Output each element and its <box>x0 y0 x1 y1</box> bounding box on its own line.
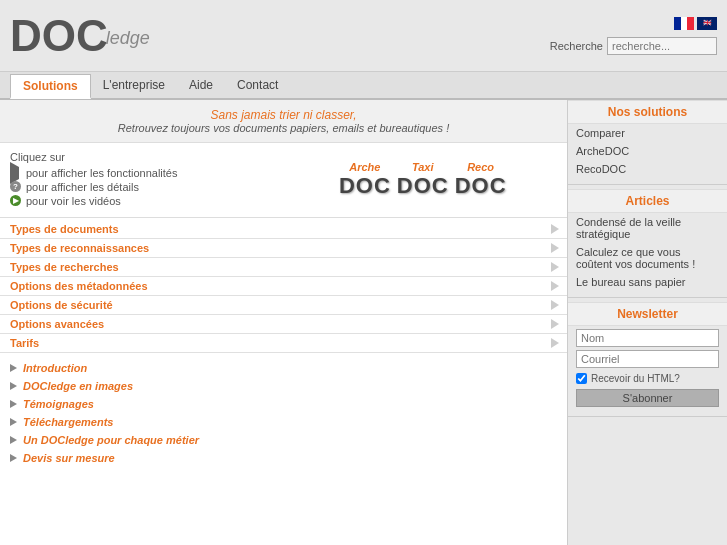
search-label: Recherche <box>550 40 603 52</box>
menu-label-options-avancees: Options avancées <box>10 318 104 330</box>
banner-line2: Retrouvez toujours vos documents papiers… <box>4 122 563 134</box>
nav-bar: Solutions L'entreprise Aide Contact <box>0 72 727 100</box>
bottom-link-introduction[interactable]: Introduction <box>0 359 567 377</box>
menu-item-options-securite[interactable]: Options de sécurité <box>0 296 567 315</box>
product-arche-doc: DOC <box>339 173 391 199</box>
menu-item-types-recherches[interactable]: Types de recherches <box>0 258 567 277</box>
newsletter-html-label: Recevoir du HTML? <box>591 373 680 384</box>
sidebar-link-comparer[interactable]: Comparer <box>568 124 727 142</box>
click-label-play: pour afficher les fonctionnalités <box>26 167 177 179</box>
sidebar-link-bureau[interactable]: Le bureau sans papier <box>568 273 727 291</box>
menu-arrow-icon <box>551 300 559 310</box>
click-item-question: ? pour afficher les détails <box>10 181 279 193</box>
sidebar-link-couts[interactable]: Calculez ce que vous coûtent vos documen… <box>568 243 727 273</box>
banner: Sans jamais trier ni classer, Retrouvez … <box>0 100 567 143</box>
menu-arrow-icon <box>551 243 559 253</box>
newsletter-nom-input[interactable] <box>576 329 719 347</box>
product-reco-doc: DOC <box>455 173 507 199</box>
sidebar-articles: Articles Condensé de la veille stratégiq… <box>568 189 727 298</box>
content-area: Sans jamais trier ni classer, Retrouvez … <box>0 100 567 545</box>
bottom-link-images[interactable]: DOCledge en images <box>0 377 567 395</box>
bottom-link-label-metier: Un DOCledge pour chaque métier <box>23 434 199 446</box>
bottom-link-label-introduction: Introduction <box>23 362 87 374</box>
product-area: Cliquez sur pour afficher les fonctionna… <box>0 143 567 218</box>
menu-label-types-recherches: Types de recherches <box>10 261 119 273</box>
sidebar-solutions-title: Nos solutions <box>568 100 727 124</box>
video-icon: ▶ <box>10 195 22 207</box>
bottom-link-metier[interactable]: Un DOCledge pour chaque métier <box>0 431 567 449</box>
nav-contact[interactable]: Contact <box>225 74 290 96</box>
menu-label-tarifs: Tarifs <box>10 337 39 349</box>
click-title: Cliquez sur <box>10 151 279 163</box>
sidebar-link-recodoc[interactable]: RecoDOC <box>568 160 727 178</box>
sidebar-newsletter: Newsletter Recevoir du HTML? S'abonner <box>568 302 727 417</box>
bottom-link-label-telechargements: Téléchargements <box>23 416 113 428</box>
product-taxi-doc: DOC <box>397 173 449 199</box>
product-logos: Arche DOC Taxi DOC Reco DOC <box>289 151 558 209</box>
sidebar-solutions: Nos solutions Comparer ArcheDOC RecoDOC <box>568 100 727 185</box>
click-label-video: pour voir les vidéos <box>26 195 121 207</box>
menu-item-tarifs[interactable]: Tarifs <box>0 334 567 353</box>
menu-label-types-docs: Types de documents <box>10 223 119 235</box>
sidebar: Nos solutions Comparer ArcheDOC RecoDOC … <box>567 100 727 545</box>
logo-doc: DOC <box>10 14 108 58</box>
logo-ledge: ledge <box>106 28 150 49</box>
banner-line1: Sans jamais trier ni classer, <box>4 108 563 122</box>
flags: 🇬🇧 <box>674 17 717 30</box>
bottom-links: Introduction DOCledge en images Témoigna… <box>0 355 567 471</box>
menu-arrow-icon <box>551 319 559 329</box>
question-icon: ? <box>10 181 22 193</box>
bottom-link-label-images: DOCledge en images <box>23 380 133 392</box>
menu-item-options-metadonnees[interactable]: Options des métadonnées <box>0 277 567 296</box>
menu-items: Types de documents Types de reconnaissan… <box>0 218 567 355</box>
menu-item-types-reconnaissances[interactable]: Types de reconnaissances <box>0 239 567 258</box>
search-area: Recherche <box>550 37 717 55</box>
nav-entreprise[interactable]: L'entreprise <box>91 74 177 96</box>
product-arche-top: Arche <box>339 161 391 173</box>
bl-arrow-icon <box>10 364 17 372</box>
nav-aide[interactable]: Aide <box>177 74 225 96</box>
newsletter-html-check-area: Recevoir du HTML? <box>568 371 727 386</box>
logo: DOC ledge <box>10 14 150 58</box>
menu-label-options-securite: Options de sécurité <box>10 299 113 311</box>
menu-arrow-icon <box>551 224 559 234</box>
subscribe-button[interactable]: S'abonner <box>576 389 719 407</box>
sidebar-articles-title: Articles <box>568 189 727 213</box>
product-arche[interactable]: Arche DOC <box>339 161 391 199</box>
sidebar-newsletter-title: Newsletter <box>568 302 727 326</box>
menu-arrow-icon <box>551 262 559 272</box>
main-content: Sans jamais trier ni classer, Retrouvez … <box>0 100 727 545</box>
product-taxi[interactable]: Taxi DOC <box>397 161 449 199</box>
search-input[interactable] <box>607 37 717 55</box>
menu-label-types-reconnaissances: Types de reconnaissances <box>10 242 149 254</box>
bl-arrow-icon <box>10 382 17 390</box>
newsletter-courriel-input[interactable] <box>576 350 719 368</box>
bottom-link-devis[interactable]: Devis sur mesure <box>0 449 567 467</box>
menu-label-options-metadonnees: Options des métadonnées <box>10 280 148 292</box>
menu-item-options-avancees[interactable]: Options avancées <box>0 315 567 334</box>
product-reco[interactable]: Reco DOC <box>455 161 507 199</box>
bl-arrow-icon <box>10 436 17 444</box>
menu-arrow-icon <box>551 281 559 291</box>
menu-item-types-docs[interactable]: Types de documents <box>0 220 567 239</box>
product-reco-top: Reco <box>455 161 507 173</box>
flag-uk-icon[interactable]: 🇬🇧 <box>697 17 717 30</box>
header-right: 🇬🇧 Recherche <box>550 17 717 55</box>
click-label-question: pour afficher les détails <box>26 181 139 193</box>
sidebar-link-veille[interactable]: Condensé de la veille stratégique <box>568 213 727 243</box>
bottom-link-telechargements[interactable]: Téléchargements <box>0 413 567 431</box>
sidebar-link-archedoc[interactable]: ArcheDOC <box>568 142 727 160</box>
menu-arrow-icon <box>551 338 559 348</box>
click-item-video: ▶ pour voir les vidéos <box>10 195 279 207</box>
newsletter-html-checkbox[interactable] <box>576 373 587 384</box>
nav-solutions[interactable]: Solutions <box>10 74 91 99</box>
bl-arrow-icon <box>10 400 17 408</box>
bottom-link-temoignages[interactable]: Témoignages <box>0 395 567 413</box>
header: DOC ledge 🇬🇧 Recherche <box>0 0 727 72</box>
click-info: Cliquez sur pour afficher les fonctionna… <box>10 151 279 209</box>
product-taxi-top: Taxi <box>397 161 449 173</box>
bl-arrow-icon <box>10 454 17 462</box>
flag-fr-icon[interactable] <box>674 17 694 30</box>
play-icon <box>10 167 22 179</box>
bottom-link-label-temoignages: Témoignages <box>23 398 94 410</box>
